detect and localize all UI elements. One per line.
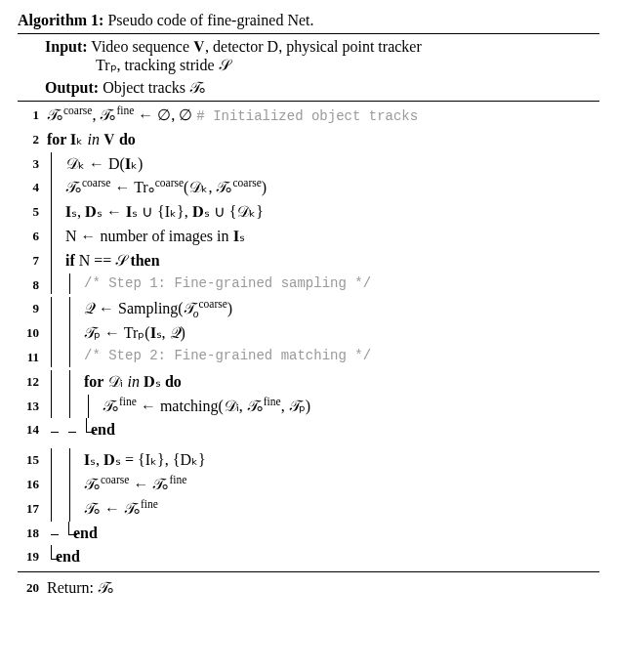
output-text: Object tracks 𝒯ₒ	[103, 79, 206, 96]
code-line: 20 Return: 𝒯ₒ	[18, 576, 599, 601]
code-line: 4 𝒯ₒcoarse ← Trₒcoarse(𝒟ₖ, 𝒯ₒcoarse)	[18, 176, 599, 200]
line-number: 17	[18, 497, 47, 519]
code-line: 14 end	[18, 418, 599, 442]
code-line: 3 𝒟ₖ ← D(𝐈ₖ)	[18, 152, 599, 177]
code-line: 18 end	[18, 522, 599, 546]
input-text-2: Trₚ, tracking stride 𝒮	[96, 56, 599, 74]
line-number: 19	[18, 545, 47, 567]
code-line: 9 𝒬 ← Sampling(𝒯ocoarse)	[18, 297, 599, 321]
line-number: 18	[18, 522, 47, 543]
line-number: 1	[18, 104, 47, 125]
line-number: 10	[18, 321, 47, 343]
line-number: 7	[18, 249, 47, 271]
comment: # Initialized object tracks	[196, 108, 418, 124]
code-line: 19 end	[18, 545, 599, 569]
algorithm-body: 1 𝒯ₒcoarse, 𝒯ₒfine ← ∅, ∅ # Initialized …	[18, 104, 599, 569]
input-block: Input: Video sequence 𝐕, detector D, phy…	[45, 38, 599, 74]
algorithm-title: Algorithm 1: Pseudo code of fine-grained…	[18, 12, 599, 29]
code-line: 17 𝒯ₒ ← 𝒯ₒfine	[18, 497, 599, 522]
code-line: 8 /* Step 1: Fine-grained sampling */	[18, 273, 599, 298]
line-number: 14	[18, 418, 47, 440]
line-number: 6	[18, 225, 47, 246]
code-line: 15 𝐈ₛ, 𝐃ₛ = {Iₖ}, {Dₖ}	[18, 448, 599, 473]
output-block: Output: Object tracks 𝒯ₒ	[45, 78, 599, 97]
code-line: 1 𝒯ₒcoarse, 𝒯ₒfine ← ∅, ∅ # Initialized …	[18, 104, 599, 128]
code-line: 16 𝒯ₒcoarse ← 𝒯ₒfine	[18, 473, 599, 497]
input-label: Input:	[45, 38, 88, 55]
line-number: 16	[18, 473, 47, 494]
code-line: 6 N ← number of images in 𝐈ₛ	[18, 225, 599, 249]
line-number: 11	[18, 346, 47, 367]
comment: /* Step 1: Fine-grained sampling */	[84, 273, 599, 295]
line-number: 13	[18, 395, 47, 416]
algo-caption: Pseudo code of fine-grained Net.	[107, 12, 313, 28]
comment: /* Step 2: Fine-grained matching */	[84, 346, 599, 367]
code-line: 2 for 𝐈ₖ in 𝐕 do	[18, 128, 599, 152]
line-number: 8	[18, 273, 47, 295]
line-number: 5	[18, 200, 47, 222]
code-line: 13 𝒯ₒfine ← matching(𝒟ᵢ, 𝒯ₒfine, 𝒯ₚ)	[18, 395, 599, 419]
code-line: 10 𝒯ₚ ← Trₚ(𝐈ₛ, 𝒬)	[18, 321, 599, 346]
line-number: 2	[18, 128, 47, 149]
rule-top	[18, 33, 599, 34]
code-line: 5 𝐈ₛ, 𝐃ₛ ← 𝐈ₛ ∪ {Iₖ}, 𝐃ₛ ∪ {𝒟ₖ}	[18, 200, 599, 225]
output-label: Output:	[45, 79, 99, 96]
line-number: 4	[18, 176, 47, 197]
line-number: 12	[18, 370, 47, 392]
line-number: 9	[18, 297, 47, 318]
line-number: 20	[18, 576, 47, 598]
algo-label: Algorithm 1:	[18, 12, 103, 28]
rule-mid	[18, 101, 599, 102]
code-line: 12 for 𝒟ᵢ in 𝐃ₛ do	[18, 370, 599, 395]
line-number: 3	[18, 152, 47, 174]
line-number: 15	[18, 448, 47, 470]
code-line: 11 /* Step 2: Fine-grained matching */	[18, 346, 599, 370]
rule-bottom	[18, 571, 599, 572]
input-text-1: Video sequence 𝐕, detector D, physical p…	[91, 38, 421, 55]
code-line: 7 if N == 𝒮 then	[18, 249, 599, 273]
